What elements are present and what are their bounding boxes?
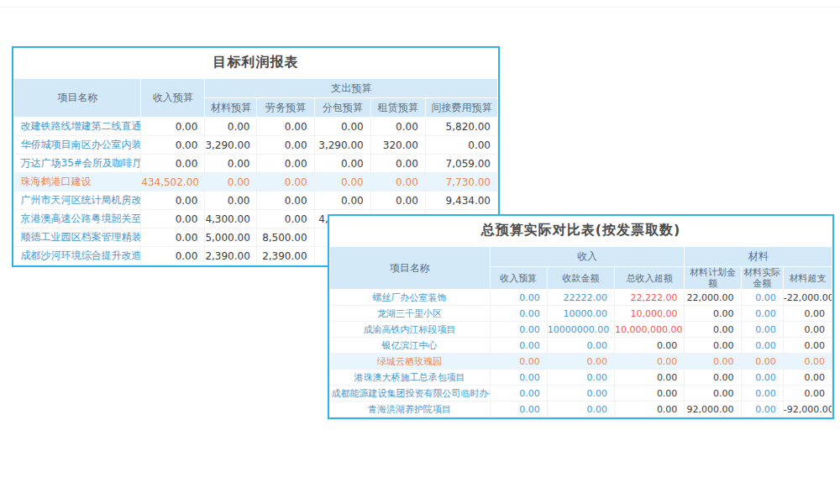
table-row[interactable]: 青海洪湖养护院项目 0.00 0.00 0.00 92,000.00 0.00 … — [330, 402, 832, 417]
material-actual-amount-cell: 0.00 — [741, 290, 783, 306]
table-row[interactable]: 广州市天河区统计局机房改造项目 0.00 0.00 0.00 0.00 0.00… — [14, 192, 498, 210]
received-amount-cell: 0.00 — [547, 402, 614, 417]
lease-budget-cell: 320.00 — [370, 136, 425, 155]
col-header-income-excess: 总收入超额 — [615, 267, 685, 290]
table-row[interactable]: 华侨城项目南区办公室内装修工程 0.00 3,290.00 0.00 3,290… — [14, 136, 498, 155]
budget-comparison-table: 项目名称 收入 材料 收入预算 收款金额 总收入超额 材料计划金额 材料实际金额… — [329, 246, 832, 417]
income-budget-cell: 0.00 — [141, 136, 205, 155]
received-amount-cell: 10000.00 — [547, 306, 614, 322]
income-excess-cell: 0.00 — [615, 338, 685, 354]
indirect-cost-budget-cell: 7,059.00 — [425, 155, 497, 173]
project-name-cell: 龙湖三千里小区 — [330, 306, 491, 322]
material-actual-amount-cell: 0.00 — [741, 370, 783, 386]
col-header-material-planned-amount: 材料计划金额 — [685, 267, 741, 290]
income-budget-cell: 0.00 — [141, 247, 205, 265]
lease-budget-cell: 0.00 — [370, 155, 425, 173]
material-actual-amount-cell: 0.00 — [741, 338, 783, 354]
received-amount-cell: 0.00 — [547, 370, 614, 386]
material-planned-amount-cell: 0.00 — [685, 354, 741, 370]
budget-comparison-table-body: 螺丝厂办公室装饰 0.00 22222.00 22,222.00 22,000.… — [330, 290, 832, 417]
project-name-cell: 华侨城项目南区办公室内装修工程 — [14, 136, 141, 155]
table-row[interactable]: 珠海鹤港口建设 434,502.00 0.00 0.00 0.00 0.00 7… — [14, 173, 498, 192]
table-row[interactable]: 万达广场35#会所及咖啡厅空调安 0.00 0.00 0.00 0.00 0.0… — [14, 155, 498, 173]
income-excess-cell: 0.00 — [615, 386, 685, 402]
material-overspend-cell: -22,000.00 — [783, 290, 832, 306]
table-row[interactable]: 银亿滨江中心 0.00 0.00 0.00 0.00 0.00 0.00 — [330, 338, 832, 354]
project-name-cell: 京港澳高速公路粤境韶关至广州互 — [14, 210, 141, 228]
table-row[interactable]: 龙湖三千里小区 0.00 10000.00 10,000.00 0.00 0.0… — [330, 306, 832, 322]
income-budget-cell: 0.00 — [490, 290, 547, 306]
subcontract-budget-cell: 0.00 — [314, 192, 370, 210]
material-actual-amount-cell: 0.00 — [741, 306, 783, 322]
material-overspend-cell: 0.00 — [783, 306, 832, 322]
table-row[interactable]: 螺丝厂办公室装饰 0.00 22222.00 22,222.00 22,000.… — [330, 290, 832, 306]
income-budget-cell: 0.00 — [490, 306, 547, 322]
subcontract-budget-cell: 0.00 — [314, 155, 370, 173]
material-actual-amount-cell: 0.00 — [741, 386, 783, 402]
labor-budget-cell: 0.00 — [257, 136, 314, 155]
material-budget-cell: 0.00 — [205, 192, 257, 210]
income-budget-cell: 0.00 — [490, 386, 547, 402]
income-excess-cell: 0.00 — [615, 370, 685, 386]
labor-budget-cell: 0.00 — [257, 192, 314, 210]
received-amount-cell: 10000000.00 — [547, 322, 614, 338]
project-name-cell: 万达广场35#会所及咖啡厅空调安 — [14, 155, 141, 173]
income-excess-cell: 10,000.00 — [615, 306, 685, 322]
col-header-indirect-cost-budget: 间接费用预算 — [425, 98, 497, 118]
col-header-labor-budget: 劳务预算 — [257, 98, 314, 118]
project-name-cell: 成都能源建设集团投资有限公司临时办公场所装修 — [330, 386, 491, 402]
project-name-cell: 青海洪湖养护院项目 — [330, 402, 491, 417]
material-overspend-cell: -92,000.00 — [783, 402, 832, 417]
project-name-cell: 改建铁路线增建第二线直通线（成 — [14, 118, 141, 136]
income-budget-cell: 0.00 — [490, 370, 547, 386]
material-budget-cell: 5,000.00 — [205, 228, 257, 247]
col-header-material-overspend: 材料超支 — [783, 267, 832, 290]
col-header-project-name: 项目名称 — [14, 79, 141, 118]
income-budget-cell: 0.00 — [141, 210, 205, 228]
table-row[interactable]: 绿城云栖玫瑰园 0.00 0.00 0.00 0.00 0.00 0.00 — [330, 354, 832, 370]
col-header-expense-budget-group: 支出预算 — [205, 79, 498, 98]
labor-budget-cell: 0.00 — [257, 118, 314, 136]
table-row[interactable]: 成都能源建设集团投资有限公司临时办公场所装修 0.00 0.00 0.00 0.… — [330, 386, 832, 402]
table-row[interactable]: 成渝高铁内江标段项目 0.00 10000000.00 10,000,000.0… — [330, 322, 832, 338]
material-overspend-cell: 0.00 — [783, 370, 832, 386]
project-name-cell: 珠海鹤港口建设 — [14, 173, 141, 192]
subcontract-budget-cell: 0.00 — [314, 173, 370, 192]
col-header-income-budget: 收入预算 — [490, 267, 547, 290]
received-amount-cell: 0.00 — [547, 338, 614, 354]
col-header-material-actual-amount: 材料实际金额 — [741, 267, 783, 290]
lease-budget-cell: 0.00 — [370, 118, 425, 136]
material-overspend-cell: 0.00 — [783, 354, 832, 370]
col-header-material-group: 材料 — [685, 247, 832, 267]
col-header-material-budget: 材料预算 — [205, 98, 257, 118]
subcontract-budget-cell: 3,290.00 — [314, 136, 370, 155]
material-overspend-cell: 0.00 — [783, 338, 832, 354]
table-row[interactable]: 改建铁路线增建第二线直通线（成 0.00 0.00 0.00 0.00 0.00… — [14, 118, 498, 136]
material-budget-cell: 0.00 — [205, 118, 257, 136]
col-header-project-name: 项目名称 — [330, 247, 491, 290]
labor-budget-cell: 8,500.00 — [257, 228, 314, 247]
material-planned-amount-cell: 92,000.00 — [685, 402, 741, 417]
window-top-divider — [0, 7, 840, 8]
material-planned-amount-cell: 0.00 — [685, 386, 741, 402]
table-row[interactable]: 港珠澳大桥施工总承包项目 0.00 0.00 0.00 0.00 0.00 0.… — [330, 370, 832, 386]
project-name-cell: 螺丝厂办公室装饰 — [330, 290, 491, 306]
material-planned-amount-cell: 0.00 — [685, 370, 741, 386]
material-actual-amount-cell: 0.00 — [741, 322, 783, 338]
labor-budget-cell: 0.00 — [257, 173, 314, 192]
income-budget-cell: 0.00 — [141, 228, 205, 247]
project-name-cell: 绿城云栖玫瑰园 — [330, 354, 491, 370]
col-header-income-group: 收入 — [490, 247, 685, 267]
project-name-cell: 成渝高铁内江标段项目 — [330, 322, 491, 338]
target-profit-report-title: 目标利润报表 — [13, 48, 498, 78]
labor-budget-cell: 0.00 — [257, 210, 314, 228]
project-name-cell: 顺德工业园区档案管理精装饰工程 — [14, 228, 141, 247]
col-header-income-budget: 收入预算 — [141, 79, 205, 118]
col-header-lease-budget: 租赁预算 — [370, 98, 425, 118]
material-overspend-cell: 0.00 — [783, 322, 832, 338]
labor-budget-cell: 0.00 — [257, 155, 314, 173]
project-name-cell: 广州市天河区统计局机房改造项目 — [14, 192, 141, 210]
project-name-cell: 成都沙河环境综合提升改造运河扩 — [14, 247, 141, 265]
lease-budget-cell: 0.00 — [370, 192, 425, 210]
material-planned-amount-cell: 22,000.00 — [685, 290, 741, 306]
